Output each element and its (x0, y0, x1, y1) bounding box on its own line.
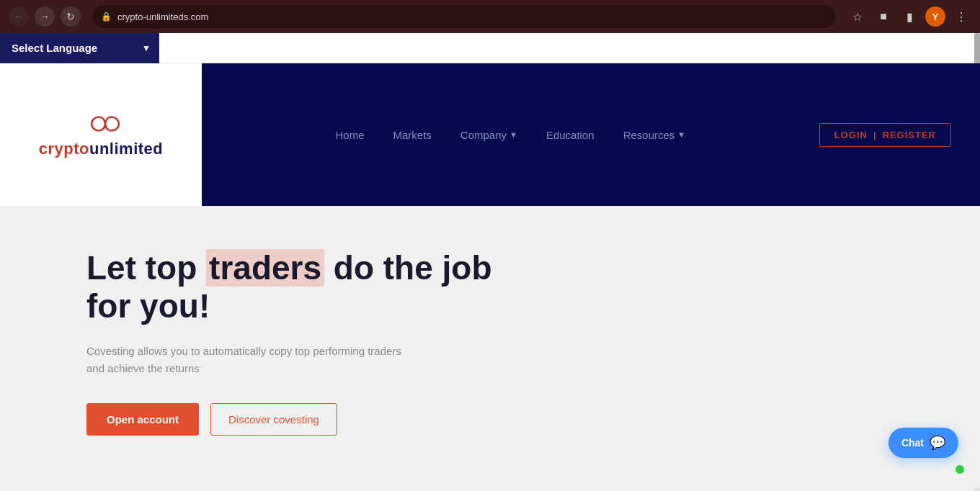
url-text: crypto-unlimiteds.com (117, 12, 208, 22)
nav-resources[interactable]: Resources ▼ (623, 129, 686, 141)
auth-divider: | (873, 130, 877, 140)
chat-bubble[interactable]: Chat 💬 (888, 428, 958, 458)
star-icon[interactable]: ☆ (847, 6, 868, 27)
split-screen-icon[interactable]: ▮ (899, 6, 919, 27)
hero-text: Let top traders do the job for you! Cove… (86, 249, 504, 436)
browser-chrome: ← → ↻ 🔒 crypto-unlimiteds.com ☆ ■ ▮ Y ⋮ (0, 0, 980, 33)
browser-actions: ☆ ■ ▮ Y ⋮ (847, 6, 971, 27)
address-bar[interactable]: 🔒 crypto-unlimiteds.com (92, 5, 836, 28)
refresh-button[interactable]: ↻ (61, 6, 81, 27)
nav-auth: LOGIN | REGISTER (819, 123, 951, 147)
nav-markets[interactable]: Markets (393, 129, 431, 141)
chevron-down-icon: ▼ (677, 130, 685, 139)
chat-widget: Chat 💬 (888, 428, 958, 474)
language-select-wrapper[interactable]: Select Language English Spanish French G… (0, 33, 159, 63)
discover-covesting-button[interactable]: Discover covesting (210, 403, 337, 436)
nav-education[interactable]: Education (546, 129, 594, 141)
hero-buttons: Open account Discover covesting (86, 403, 504, 436)
logo-text: cryptounlimited (39, 140, 164, 158)
logo-area: cryptounlimited (0, 63, 202, 206)
back-button[interactable]: ← (9, 6, 29, 27)
forward-button[interactable]: → (35, 6, 55, 27)
language-select[interactable]: Select Language English Spanish French G… (0, 33, 159, 63)
language-bar: Select Language English Spanish French G… (0, 33, 980, 63)
menu-icon[interactable]: ⋮ (951, 6, 971, 27)
hero-headline: Let top traders do the job for you! (86, 249, 504, 325)
extensions-icon[interactable]: ■ (873, 6, 894, 27)
nav-company[interactable]: Company ▼ (460, 129, 517, 141)
chat-icon: 💬 (930, 435, 945, 451)
auth-button[interactable]: LOGIN | REGISTER (819, 123, 951, 147)
logo-container: cryptounlimited (39, 111, 164, 158)
chevron-down-icon: ▼ (509, 130, 517, 139)
user-avatar[interactable]: Y (925, 6, 945, 27)
security-icon: 🔒 (101, 12, 112, 22)
nav-header: cryptounlimited Home Markets Company ▼ E… (0, 63, 980, 206)
hero-subtext: Covesting allows you to automatically co… (86, 343, 404, 377)
nav-home[interactable]: Home (335, 129, 364, 141)
open-account-button[interactable]: Open account (86, 403, 199, 436)
online-indicator (956, 465, 964, 474)
nav-links: Home Markets Company ▼ Education Resourc… (202, 129, 819, 141)
logo-icon (79, 111, 122, 137)
main-content: Let top traders do the job for you! Cove… (0, 206, 980, 488)
